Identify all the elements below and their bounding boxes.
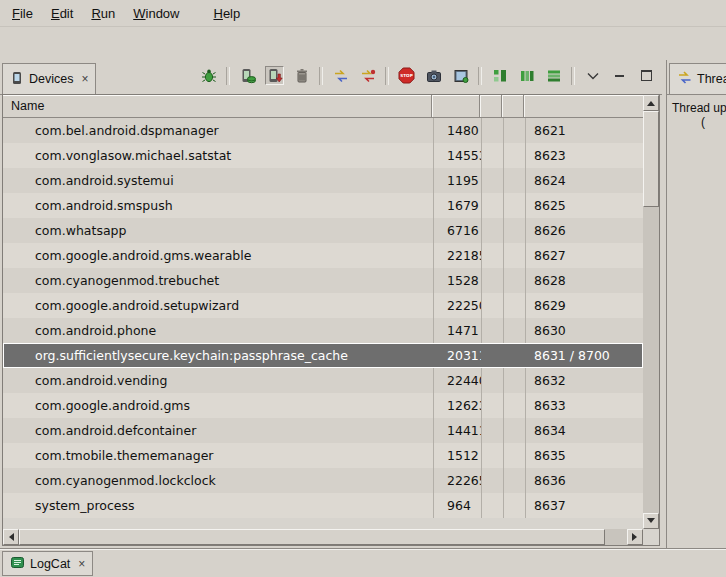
column-divider[interactable] (501, 95, 503, 117)
arrow-down-icon (647, 518, 655, 527)
dump-hprof-icon[interactable] (265, 66, 284, 85)
tab-devices[interactable]: Devices × (2, 63, 96, 94)
close-icon[interactable]: × (78, 557, 85, 571)
vertical-scrollbar-thumb[interactable] (643, 111, 659, 207)
cell-empty (503, 243, 525, 268)
table-row[interactable]: com.google.android.setupwizard222508629 (3, 293, 643, 318)
cell-empty (503, 468, 525, 493)
table-row[interactable]: com.android.defcontainer144118634 (3, 418, 643, 443)
vertical-scrollbar[interactable] (643, 95, 659, 529)
client-pid: 22185 (433, 243, 481, 268)
tab-threads-label: Threads (697, 72, 726, 86)
scroll-left-button[interactable] (3, 529, 19, 545)
cause-gc-icon[interactable] (292, 66, 311, 85)
arrow-right-icon (632, 533, 641, 541)
cell-empty (503, 118, 525, 143)
menu-edit[interactable]: Edit (42, 2, 82, 25)
client-pid: 22250 (433, 293, 481, 318)
table-row[interactable]: com.android.vending224408632 (3, 368, 643, 393)
table-row[interactable]: com.whatsapp67168626 (3, 218, 643, 243)
cell-empty (503, 193, 525, 218)
table-row[interactable]: com.android.smspush16798625 (3, 193, 643, 218)
menu-help[interactable]: Help (204, 2, 249, 25)
table-row[interactable]: com.android.systemui11958624 (3, 168, 643, 193)
logcat-icon (10, 555, 25, 573)
maximize-icon[interactable] (637, 66, 656, 85)
threads-message-line: Thread up (667, 101, 726, 115)
cell-empty (503, 418, 525, 443)
horizontal-scrollbar[interactable] (3, 529, 643, 545)
client-name: com.google.android.gms (3, 393, 433, 418)
horizontal-scrollbar-thumb[interactable] (19, 529, 605, 545)
client-port: 8632 (525, 368, 643, 393)
cell-empty (503, 168, 525, 193)
table-row[interactable]: system_process9648637 (3, 493, 643, 518)
menu-file[interactable]: File (3, 2, 42, 25)
update-threads-icon[interactable] (331, 66, 350, 85)
table-row[interactable]: com.bel.android.dspmanager14808621 (3, 118, 643, 143)
minimize-icon[interactable] (610, 66, 629, 85)
table-row[interactable]: com.android.phone14718630 (3, 318, 643, 343)
cell-empty (481, 318, 503, 343)
update-heap-icon[interactable] (238, 66, 257, 85)
client-port: 8621 (525, 118, 643, 143)
close-icon[interactable]: × (81, 72, 88, 86)
row-view-icon[interactable] (544, 66, 563, 85)
tab-logcat[interactable]: LogCat × (2, 551, 93, 576)
client-pid: 14411 (433, 418, 481, 443)
table-row[interactable]: com.vonglasow.michael.satstat145538623 (3, 143, 643, 168)
table-row[interactable]: com.cyanogenmod.trebuchet15288628 (3, 268, 643, 293)
column-view-icon[interactable] (517, 66, 536, 85)
client-port: 8629 (525, 293, 643, 318)
cell-empty (503, 143, 525, 168)
ddms-window: File Edit Run Window Help Devices × (0, 0, 726, 577)
tab-threads[interactable]: Threads (669, 63, 726, 94)
screen-capture-icon[interactable] (424, 66, 443, 85)
stop-process-icon[interactable]: STOP (397, 66, 416, 85)
column-divider[interactable] (479, 95, 481, 117)
client-name: com.android.defcontainer (3, 418, 433, 443)
client-name: com.google.android.setupwizard (3, 293, 433, 318)
client-port: 8627 (525, 243, 643, 268)
scroll-right-button[interactable] (627, 529, 643, 545)
cell-empty (503, 293, 525, 318)
cell-empty (481, 193, 503, 218)
cell-empty (503, 343, 525, 368)
cell-empty (503, 393, 525, 418)
column-header-name[interactable]: Name (11, 99, 44, 113)
client-port: 8630 (525, 318, 643, 343)
client-pid: 6716 (433, 218, 481, 243)
cell-empty (481, 418, 503, 443)
cell-empty (481, 143, 503, 168)
table-row[interactable]: com.google.android.gms126238633 (3, 393, 643, 418)
debug-process-icon[interactable] (199, 66, 218, 85)
view-menu-icon[interactable] (583, 66, 602, 85)
devices-panel-header: Devices × (0, 60, 662, 95)
client-name: com.google.android.gms.wearable (3, 243, 433, 268)
client-pid: 20311 (433, 343, 481, 368)
cell-empty (481, 293, 503, 318)
column-divider[interactable] (431, 95, 433, 117)
cell-empty (481, 168, 503, 193)
scroll-up-button[interactable] (643, 95, 659, 111)
device-view-icon[interactable] (451, 66, 470, 85)
table-row[interactable]: com.tmobile.thememanager15128635 (3, 443, 643, 468)
cell-empty (503, 318, 525, 343)
menu-run[interactable]: Run (82, 2, 124, 25)
client-pid: 1528 (433, 268, 481, 293)
table-row[interactable]: com.google.android.gms.wearable221858627 (3, 243, 643, 268)
table-row[interactable]: org.sufficientlysecure.keychain:passphra… (3, 343, 643, 368)
table-row[interactable]: com.cyanogenmod.lockclock222658636 (3, 468, 643, 493)
cell-empty (503, 493, 525, 518)
client-name: com.cyanogenmod.trebuchet (3, 268, 433, 293)
tree-view-icon[interactable] (490, 66, 509, 85)
threads-icon (677, 70, 692, 88)
start-method-profiling-icon[interactable] (358, 66, 377, 85)
client-name: com.vonglasow.michael.satstat (3, 143, 433, 168)
scroll-down-button[interactable] (643, 513, 659, 529)
menu-window[interactable]: Window (124, 2, 188, 25)
toolbar-separator (571, 67, 575, 85)
client-port: 8626 (525, 218, 643, 243)
device-table: Name com.bel.android.dspmanager14808621c… (2, 94, 660, 546)
column-divider[interactable] (523, 95, 525, 117)
